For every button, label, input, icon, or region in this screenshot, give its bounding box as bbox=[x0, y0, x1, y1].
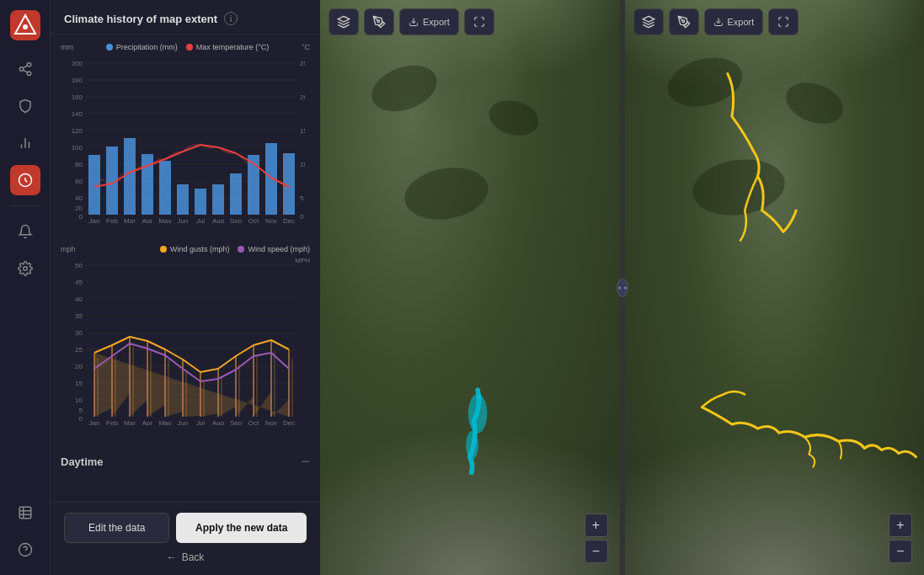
sidebar-item-help[interactable] bbox=[10, 535, 40, 565]
svg-text:40: 40 bbox=[75, 194, 83, 202]
svg-text:Feb: Feb bbox=[106, 419, 118, 425]
splitter-handle[interactable] bbox=[617, 279, 628, 297]
left-map-panel[interactable]: Export + − bbox=[320, 0, 620, 575]
right-zoom-controls: + − bbox=[889, 514, 912, 563]
svg-marker-144 bbox=[643, 16, 654, 22]
svg-rect-50 bbox=[195, 189, 206, 215]
left-zoom-out[interactable]: − bbox=[585, 540, 608, 563]
back-link[interactable]: ← Back bbox=[64, 550, 307, 565]
svg-text:Feb: Feb bbox=[106, 217, 118, 223]
svg-text:Jul: Jul bbox=[196, 419, 205, 425]
right-map-toolbar: Export bbox=[633, 8, 799, 35]
sidebar-item-settings[interactable] bbox=[10, 253, 40, 284]
svg-rect-51 bbox=[212, 184, 224, 215]
right-export-button[interactable]: Export bbox=[704, 8, 764, 35]
back-label: Back bbox=[182, 551, 205, 563]
right-layers-button[interactable] bbox=[633, 8, 664, 35]
svg-text:Sep: Sep bbox=[230, 419, 243, 425]
daytime-collapse[interactable]: − bbox=[301, 453, 310, 471]
legend-wind-speed: Wind speed (mph) bbox=[238, 245, 310, 253]
left-fullscreen-button[interactable] bbox=[464, 8, 494, 35]
svg-text:120: 120 bbox=[72, 127, 83, 135]
svg-rect-44 bbox=[88, 155, 100, 215]
svg-text:180: 180 bbox=[72, 77, 83, 84]
svg-text:15: 15 bbox=[300, 127, 305, 135]
chart1-legend: Precipitation (mm) Max temperature (°C) bbox=[106, 43, 270, 51]
left-layers-button[interactable] bbox=[328, 8, 359, 35]
chart2-right-label: MPH bbox=[295, 257, 310, 264]
svg-text:20: 20 bbox=[75, 363, 83, 370]
svg-text:45: 45 bbox=[75, 279, 83, 286]
svg-text:50: 50 bbox=[75, 262, 83, 269]
right-zoom-out[interactable]: − bbox=[889, 540, 912, 563]
wind-speed-dot bbox=[238, 246, 244, 253]
sidebar-item-table[interactable] bbox=[10, 498, 40, 528]
svg-text:160: 160 bbox=[72, 93, 83, 101]
svg-text:Jul: Jul bbox=[196, 217, 205, 223]
svg-text:15: 15 bbox=[75, 380, 83, 387]
edit-data-button[interactable]: Edit the data bbox=[64, 513, 169, 543]
sidebar-item-edit-tool[interactable] bbox=[10, 165, 40, 195]
svg-text:Nov: Nov bbox=[265, 419, 277, 425]
apply-data-button[interactable]: Apply the new data bbox=[176, 513, 307, 543]
sidebar-item-notifications[interactable] bbox=[10, 216, 40, 247]
svg-text:Oct: Oct bbox=[248, 217, 259, 223]
legend-precipitation: Precipitation (mm) bbox=[106, 43, 178, 51]
svg-text:5: 5 bbox=[300, 194, 304, 202]
panel-title: Climate history of map extent bbox=[64, 13, 217, 25]
svg-text:5: 5 bbox=[79, 407, 83, 414]
svg-text:140: 140 bbox=[72, 110, 83, 118]
right-fullscreen-button[interactable] bbox=[768, 8, 798, 35]
svg-point-4 bbox=[19, 67, 24, 72]
svg-text:Jun: Jun bbox=[178, 217, 189, 223]
back-arrow-icon: ← bbox=[167, 551, 177, 563]
svg-point-137 bbox=[468, 394, 487, 434]
chart1-wrapper: 200 180 160 140 120 100 80 60 40 20 0 25… bbox=[61, 55, 310, 232]
sidebar-item-analytics[interactable] bbox=[10, 128, 40, 158]
left-zoom-controls: + − bbox=[585, 514, 608, 563]
app-logo[interactable] bbox=[10, 10, 40, 40]
info-icon[interactable]: i bbox=[224, 12, 238, 25]
svg-text:Nov: Nov bbox=[265, 217, 277, 223]
charts-scroll-area[interactable]: mm Precipitation (mm) Max temperature (°… bbox=[51, 35, 320, 502]
sidebar-bottom bbox=[10, 498, 40, 565]
svg-text:0: 0 bbox=[79, 213, 83, 221]
svg-text:Jun: Jun bbox=[178, 419, 189, 425]
svg-text:Dec: Dec bbox=[283, 217, 295, 223]
map-area: Export + − bbox=[320, 0, 924, 575]
right-draw-button[interactable] bbox=[669, 8, 699, 35]
svg-rect-49 bbox=[177, 184, 189, 215]
svg-text:Mar: Mar bbox=[124, 419, 136, 425]
chart1-right-label: °C bbox=[302, 43, 310, 51]
sidebar-item-share[interactable] bbox=[10, 54, 40, 84]
svg-text:Dec: Dec bbox=[283, 419, 295, 425]
svg-text:10: 10 bbox=[75, 397, 83, 404]
svg-text:30: 30 bbox=[75, 329, 83, 337]
svg-text:40: 40 bbox=[75, 295, 83, 303]
svg-text:Jan: Jan bbox=[89, 217, 100, 223]
svg-point-5 bbox=[27, 72, 31, 76]
temperature-label: Max temperature (°C) bbox=[196, 43, 270, 51]
legend-temperature: Max temperature (°C) bbox=[186, 43, 270, 51]
right-map-panel[interactable]: Export + − bbox=[625, 0, 925, 575]
left-export-button[interactable]: Export bbox=[399, 8, 459, 35]
svg-rect-46 bbox=[124, 138, 136, 215]
daytime-section: Daytime − bbox=[61, 447, 310, 477]
svg-text:Apr: Apr bbox=[142, 419, 153, 425]
chart1-left-label: mm bbox=[61, 43, 73, 51]
svg-line-7 bbox=[23, 66, 27, 68]
map-splitter[interactable] bbox=[620, 0, 625, 575]
footer-buttons: Edit the data Apply the new data bbox=[64, 513, 307, 543]
left-draw-button[interactable] bbox=[364, 8, 394, 35]
right-map-overlay bbox=[625, 0, 925, 575]
left-export-label: Export bbox=[423, 17, 450, 27]
sidebar-item-shield[interactable] bbox=[10, 91, 40, 121]
right-zoom-in[interactable]: + bbox=[889, 514, 912, 537]
svg-point-3 bbox=[27, 63, 31, 67]
precipitation-dot bbox=[106, 44, 113, 51]
svg-text:80: 80 bbox=[75, 161, 83, 168]
left-zoom-in[interactable]: + bbox=[585, 514, 608, 537]
daytime-label: Daytime bbox=[61, 452, 104, 471]
svg-text:35: 35 bbox=[75, 312, 83, 320]
chart1-svg: 200 180 160 140 120 100 80 60 40 20 0 25… bbox=[61, 55, 305, 223]
